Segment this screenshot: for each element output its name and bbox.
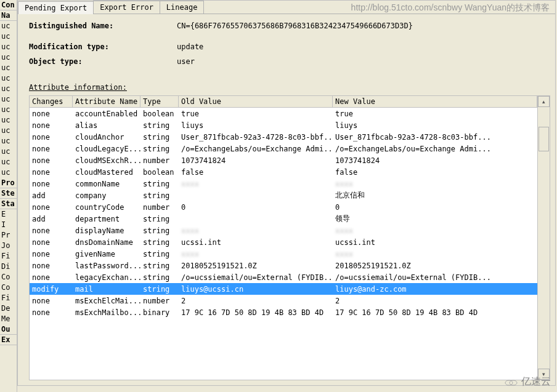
left-item: uc bbox=[0, 136, 17, 146]
table-cell: 17 9C 16 7D 50 8D 19 4B 83 BD 4D bbox=[179, 308, 333, 318]
dn-label: Distinguished Name: bbox=[29, 22, 177, 30]
table-row[interactable]: nonegivenNamestringxxxxxxxx bbox=[30, 248, 537, 260]
left-group: Pro bbox=[0, 178, 17, 188]
table-cell: 20180525191521.0Z bbox=[179, 261, 333, 271]
table-cell: false bbox=[333, 167, 537, 177]
table-cell: xxxx bbox=[333, 226, 537, 236]
left-item: uc bbox=[0, 167, 17, 178]
left-item: Fi bbox=[0, 251, 17, 262]
table-cell: none bbox=[30, 167, 73, 177]
table-cell: 2 bbox=[179, 296, 333, 306]
table-row[interactable]: modifymailstringliuys@ucssi.cnliuys@and-… bbox=[30, 283, 537, 295]
table-row[interactable]: nonelegacyExchan...string/o=ucssiemail/o… bbox=[30, 271, 537, 283]
left-item: Di bbox=[0, 262, 17, 272]
table-cell: none bbox=[30, 296, 73, 306]
table-cell: countryCode bbox=[73, 202, 140, 212]
table-row[interactable]: nonecountryCodenumber00 bbox=[30, 201, 537, 213]
table-cell: xxxx bbox=[179, 179, 333, 189]
table-row[interactable]: nonecloudLegacyE...string/o=ExchangeLabs… bbox=[30, 143, 537, 154]
table-cell: User_871fbcab-92a3-4728-8c03-bbf... bbox=[179, 132, 333, 142]
table-cell: liuys bbox=[333, 121, 537, 130]
attribute-grid: ChangesAttribute NameTypeOld ValueNew Va… bbox=[29, 95, 550, 380]
table-row[interactable]: nonelastPassword...string20180525191521.… bbox=[30, 260, 537, 271]
details-block: Distinguished Name: CN={686F767655706375… bbox=[18, 14, 555, 76]
site-logo: 亿速云 bbox=[504, 375, 551, 388]
left-item: uc bbox=[0, 126, 17, 136]
table-cell: none bbox=[30, 308, 73, 318]
left-item: Co bbox=[0, 282, 17, 293]
table-cell: ucssi.int bbox=[179, 238, 333, 247]
table-cell: /o=ucssiemail/ou=External (FYDIB... bbox=[333, 273, 537, 282]
table-cell: none bbox=[30, 238, 73, 247]
left-group: Ste bbox=[0, 188, 17, 199]
table-row[interactable]: nonedisplayNamestringxxxxxxxx bbox=[30, 225, 537, 236]
table-cell: none bbox=[30, 261, 73, 271]
table-cell: number bbox=[140, 296, 179, 306]
table-row[interactable]: nonealiasstringliuysliuys bbox=[30, 119, 537, 131]
table-cell: cloudAnchor bbox=[73, 132, 140, 142]
table-cell: string bbox=[140, 121, 179, 130]
left-header: Na bbox=[0, 10, 17, 21]
column-header[interactable]: Attribute Name bbox=[73, 96, 140, 107]
svg-point-1 bbox=[510, 380, 517, 385]
table-cell bbox=[179, 218, 333, 220]
left-item: E bbox=[0, 209, 17, 220]
column-header[interactable]: New Value bbox=[333, 96, 537, 107]
table-cell: string bbox=[140, 261, 179, 271]
table-cell: lastPassword... bbox=[73, 261, 140, 271]
table-row[interactable]: noneaccountEnabledbooleantruetrue bbox=[30, 108, 537, 119]
left-item: uc bbox=[0, 42, 17, 52]
table-cell: none bbox=[30, 179, 73, 189]
table-row[interactable]: nonednsDomainNamestringucssi.intucssi.in… bbox=[30, 236, 537, 248]
tab-export-error[interactable]: Export Error bbox=[93, 1, 160, 14]
main-panel: Pending ExportExport ErrorLineage Distin… bbox=[17, 0, 556, 386]
table-cell: cloudMastered bbox=[73, 167, 140, 177]
column-header[interactable]: Old Value bbox=[179, 96, 333, 107]
tab-lineage[interactable]: Lineage bbox=[160, 1, 205, 14]
column-header[interactable]: Changes bbox=[30, 96, 73, 107]
table-cell: string bbox=[140, 144, 179, 154]
table-cell: /o=ExchangeLabs/ou=Exchange Admi... bbox=[333, 144, 537, 154]
scroll-thumb[interactable] bbox=[539, 127, 549, 151]
watermark-text: http://blog.51cto.com/scnbwy WangYuan的技术… bbox=[351, 2, 550, 14]
table-cell: none bbox=[30, 202, 73, 212]
table-cell: add bbox=[30, 214, 73, 224]
table-row[interactable]: nonecloudAnchorstringUser_871fbcab-92a3-… bbox=[30, 131, 537, 143]
table-cell: xxxx bbox=[179, 249, 333, 259]
table-row[interactable]: nonemsExchMailbo...binary17 9C 16 7D 50 … bbox=[30, 306, 537, 318]
table-row[interactable]: nonemsExchElcMai...number22 bbox=[30, 295, 537, 306]
table-cell bbox=[179, 195, 333, 196]
table-cell: string bbox=[140, 226, 179, 236]
table-cell: true bbox=[333, 109, 537, 119]
table-cell: 20180525191521.0Z bbox=[333, 261, 537, 271]
left-item: Co bbox=[0, 272, 17, 282]
table-row[interactable]: nonecommonNamestringxxxxxxxx bbox=[30, 178, 537, 190]
left-item: uc bbox=[0, 94, 17, 105]
table-cell: cloudLegacyE... bbox=[73, 144, 140, 154]
table-row[interactable]: nonecloudMSExchR...number107374182410737… bbox=[30, 154, 537, 166]
tab-pending-export[interactable]: Pending Export bbox=[18, 1, 94, 14]
left-item: uc bbox=[0, 115, 17, 126]
left-item: uc bbox=[0, 63, 17, 73]
table-cell: 2 bbox=[333, 296, 537, 306]
table-cell: 1073741824 bbox=[179, 156, 333, 166]
column-header[interactable]: Type bbox=[140, 96, 179, 107]
table-cell: liuys@and-zc.com bbox=[333, 284, 537, 294]
table-cell: none bbox=[30, 132, 73, 142]
table-row[interactable]: nonecloudMasteredbooleanfalsefalse bbox=[30, 166, 537, 178]
table-row[interactable]: addcompanystring北京信和 bbox=[30, 190, 537, 201]
left-item: uc bbox=[0, 31, 17, 42]
table-cell: 0 bbox=[179, 202, 333, 212]
scroll-up-button[interactable]: ▴ bbox=[538, 96, 550, 107]
table-cell: displayName bbox=[73, 226, 140, 236]
table-cell: commonName bbox=[73, 179, 140, 189]
table-cell: number bbox=[140, 156, 179, 166]
left-header: Con bbox=[0, 0, 17, 10]
vertical-scrollbar[interactable]: ▴ ▾ bbox=[537, 96, 550, 380]
left-item: Me bbox=[0, 314, 17, 324]
table-cell: add bbox=[30, 191, 73, 201]
table-cell: xxxx bbox=[333, 249, 537, 259]
grid-header: ChangesAttribute NameTypeOld ValueNew Va… bbox=[30, 96, 537, 108]
table-row[interactable]: adddepartmentstring领导 bbox=[30, 213, 537, 225]
left-footer: Ex bbox=[0, 335, 17, 345]
